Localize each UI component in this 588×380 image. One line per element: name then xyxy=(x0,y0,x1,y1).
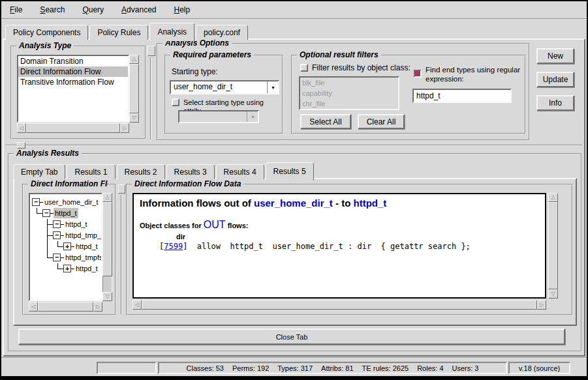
policy-version: v.18 (source) xyxy=(508,362,570,374)
tree-node-label[interactable]: httpd_tmpfs_t xyxy=(64,252,102,263)
top-vertical-sash-handle[interactable] xyxy=(147,46,155,56)
menu-file[interactable]: File xyxy=(10,5,22,14)
subheading-text: flows: xyxy=(226,222,249,229)
tree-row[interactable]: + httpd_t xyxy=(32,241,101,252)
analysis-type-vscrollbar[interactable]: △ ▽ xyxy=(129,55,139,123)
attrib-combobox[interactable]: ▼ xyxy=(178,110,259,123)
flow-data-vscrollbar[interactable]: △ ▽ xyxy=(548,193,558,299)
scroll-left-icon[interactable]: ◁ xyxy=(17,123,26,133)
tab-analysis[interactable]: Analysis xyxy=(149,23,194,41)
scrollbar-thumb[interactable] xyxy=(38,302,93,312)
tab-policy-components[interactable]: Policy Components xyxy=(5,25,88,40)
scroll-up-icon[interactable]: △ xyxy=(548,193,558,202)
tab-empty[interactable]: Empty Tab xyxy=(13,164,65,179)
tab-results-1[interactable]: Results 1 xyxy=(67,164,115,179)
tree-expand-icon[interactable]: + xyxy=(63,242,71,250)
tree-collapse-icon[interactable]: − xyxy=(53,231,61,239)
results-vertical-sash-handle[interactable] xyxy=(118,184,125,194)
list-item[interactable]: Domain Transition xyxy=(18,56,128,66)
tree-collapse-icon[interactable]: − xyxy=(42,209,50,217)
tree-row[interactable]: − user_home_dir_t xyxy=(32,197,101,208)
scroll-up-icon[interactable]: △ xyxy=(129,55,139,64)
menu-advanced[interactable]: Advanced xyxy=(121,5,156,14)
stat-users: Users: 3 xyxy=(452,364,479,372)
list-item-selected[interactable]: Direct Information Flow xyxy=(18,66,128,77)
stat-te-rules: TE rules: 2625 xyxy=(362,364,409,372)
subheading-text: Object classes for xyxy=(140,222,204,229)
scrollbar-thumb[interactable] xyxy=(26,123,120,133)
menu-help[interactable]: Help xyxy=(174,5,190,14)
flow-data-hscrollbar[interactable]: ◁ ▷ xyxy=(132,300,546,310)
scrollbar-thumb[interactable] xyxy=(548,202,558,289)
list-item: capability xyxy=(300,88,398,98)
new-button[interactable]: New xyxy=(536,48,574,64)
horizontal-sash-handle[interactable] xyxy=(17,142,25,149)
tree-node-label-selected[interactable]: httpd_t xyxy=(54,208,78,218)
scroll-right-icon[interactable]: ▷ xyxy=(93,302,102,312)
rule-id-link[interactable]: 7599 xyxy=(164,242,183,251)
tab-policy-conf[interactable]: policy.conf xyxy=(196,25,248,40)
scroll-left-icon[interactable]: ◁ xyxy=(29,302,38,312)
main-tab-bar: Policy Components Policy Rules Analysis … xyxy=(5,22,249,40)
starting-type-value: user_home_dir_t xyxy=(171,81,267,93)
tree-row[interactable]: + httpd_t xyxy=(32,263,101,274)
select-all-button[interactable]: Select All xyxy=(300,114,351,129)
close-tab-button[interactable]: Close Tab xyxy=(18,329,565,345)
starting-type-combobox[interactable]: user_home_dir_t ▼ xyxy=(170,80,279,95)
dropdown-arrow-icon: ▼ xyxy=(247,111,258,122)
menu-query[interactable]: Query xyxy=(82,5,104,14)
tree-collapse-icon[interactable]: − xyxy=(32,198,40,206)
analysis-type-hscrollbar[interactable]: ◁ ▷ xyxy=(17,123,129,133)
heading-text: - to xyxy=(333,197,354,209)
scroll-right-icon[interactable]: ▷ xyxy=(120,123,129,133)
tree-expand-icon[interactable]: + xyxy=(63,265,71,272)
flow-tree-hscrollbar[interactable]: ◁ ▷ xyxy=(29,302,102,312)
tree-node-label[interactable]: httpd_tmp_t xyxy=(64,230,102,241)
tree-row[interactable]: − httpd_t xyxy=(32,208,101,219)
scroll-down-icon[interactable]: ▽ xyxy=(102,292,112,301)
regex-input[interactable] xyxy=(412,89,512,103)
stat-attribs: Attribs: 81 xyxy=(321,364,354,372)
scroll-down-icon[interactable]: ▽ xyxy=(129,113,139,123)
tab-results-4[interactable]: Results 4 xyxy=(216,164,264,179)
list-item: blk_file xyxy=(300,78,398,88)
scroll-up-icon[interactable]: △ xyxy=(102,193,112,202)
menu-search[interactable]: Search xyxy=(40,5,65,14)
heading-start-type: user_home_dir_t xyxy=(254,197,333,209)
rule-text: ] allow httpd_t user_home_dir_t : dir { … xyxy=(183,242,471,251)
clear-all-button[interactable]: Clear All xyxy=(358,114,405,129)
attrib-checkbox[interactable] xyxy=(172,98,179,106)
starting-type-label: Starting type: xyxy=(172,67,218,76)
tree-node-label[interactable]: httpd_t xyxy=(74,263,99,274)
flow-data-heading: Information flows out of user_home_dir_t… xyxy=(140,197,539,209)
scrollbar-thumb[interactable] xyxy=(142,300,537,310)
dropdown-arrow-icon[interactable]: ▼ xyxy=(267,81,278,93)
info-button[interactable]: Info xyxy=(536,95,574,111)
object-class-checkbox[interactable] xyxy=(300,64,308,72)
list-item[interactable]: Transitive Information Flow xyxy=(18,77,128,87)
scrollbar-thumb[interactable] xyxy=(102,202,112,276)
scroll-left-icon[interactable]: ◁ xyxy=(132,300,142,310)
tree-node-label[interactable]: httpd_t xyxy=(64,219,89,229)
tree-collapse-icon[interactable]: − xyxy=(53,220,61,228)
tree-node-label[interactable]: httpd_t xyxy=(74,241,99,252)
flow-tree[interactable]: − user_home_dir_t − httpd_t − httpd_t − … xyxy=(29,193,102,301)
tab-results-2[interactable]: Results 2 xyxy=(117,164,165,179)
tab-results-3[interactable]: Results 3 xyxy=(166,164,215,179)
flow-tree-vscrollbar[interactable]: △ ▽ xyxy=(102,193,112,301)
update-button[interactable]: Update xyxy=(536,72,574,87)
stat-perms: Perms: 192 xyxy=(232,364,269,372)
analysis-type-listbox[interactable]: Domain Transition Direct Information Flo… xyxy=(17,55,129,123)
scroll-down-icon[interactable]: ▽ xyxy=(548,289,558,299)
tab-results-5[interactable]: Results 5 xyxy=(266,162,314,181)
scroll-right-icon[interactable]: ▷ xyxy=(537,300,546,310)
tree-row[interactable]: − httpd_tmp_t xyxy=(32,230,101,241)
tab-policy-rules[interactable]: Policy Rules xyxy=(89,25,148,40)
tree-row[interactable]: − httpd_tmpfs_t xyxy=(32,252,101,263)
regex-checkbox[interactable] xyxy=(414,70,422,78)
tree-row[interactable]: − httpd_t xyxy=(32,219,101,230)
flow-data-textarea[interactable]: Information flows out of user_home_dir_t… xyxy=(132,193,546,299)
tree-node-label[interactable]: user_home_dir_t xyxy=(43,197,100,207)
scrollbar-thumb[interactable] xyxy=(129,64,139,113)
tree-collapse-icon[interactable]: − xyxy=(53,254,61,261)
